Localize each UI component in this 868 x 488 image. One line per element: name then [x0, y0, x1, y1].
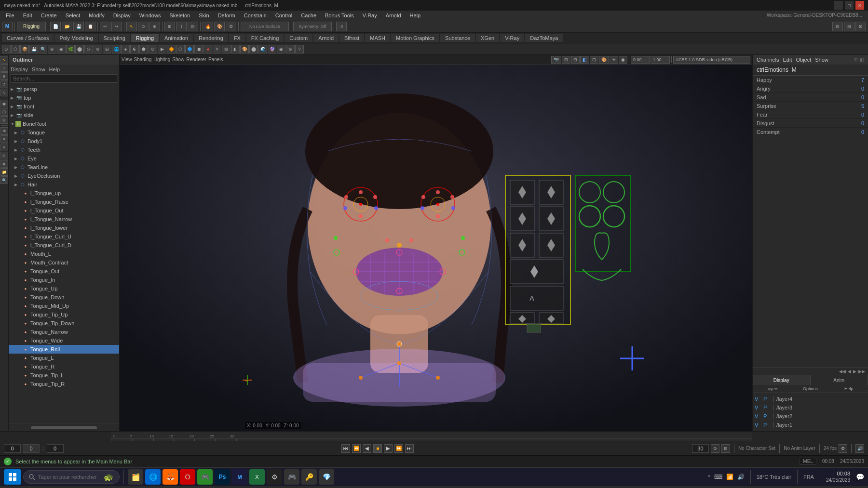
- tree-item-front[interactable]: ▶ 📷 front: [9, 102, 119, 111]
- tab-bifrost[interactable]: Bifrost: [339, 34, 364, 42]
- shelf-btn-2[interactable]: ⬡: [11, 45, 20, 53]
- vp-shading-btn[interactable]: ◧: [580, 56, 589, 64]
- vp-wire-btn[interactable]: ⊡: [590, 56, 598, 64]
- tree-item-tongue-roll[interactable]: ● Tongue_Roll: [9, 345, 119, 354]
- range-start-input[interactable]: [4, 444, 21, 453]
- taskbar-app-edge[interactable]: 🌐: [145, 469, 161, 485]
- outliner-scroll-bar[interactable]: [9, 423, 119, 431]
- tree-item-teeth[interactable]: ▶ ⬡ Teeth: [9, 145, 119, 154]
- timeline-ruler[interactable]: 0 5 10 15 20 25 30: [111, 432, 752, 441]
- tree-item-mouth-l[interactable]: ● Mouth_L: [9, 250, 119, 258]
- channel-box-icon-2[interactable]: ◧: [860, 57, 864, 62]
- search-btn[interactable]: 🔍: [0, 176, 8, 184]
- layer-editor-btn[interactable]: ⊟: [0, 152, 8, 159]
- start-button[interactable]: [4, 469, 21, 485]
- undo-btn[interactable]: ↩: [100, 22, 110, 31]
- taskbar-app-1[interactable]: 🎮: [197, 469, 213, 485]
- move-tool[interactable]: ⊕: [0, 72, 8, 80]
- tree-item-tongue[interactable]: ▶ ⬡ Tongue: [9, 128, 119, 137]
- transform-btn[interactable]: ⊕: [149, 22, 160, 31]
- tree-item-tongue-l[interactable]: ● Tongue_L: [9, 354, 119, 362]
- vp-frame-btn[interactable]: ⊞: [562, 56, 570, 64]
- shelf-btn-14[interactable]: ◈: [121, 45, 130, 53]
- tab-rendering[interactable]: Rendering: [194, 34, 228, 42]
- menu-skeleton[interactable]: Skeleton: [165, 12, 194, 19]
- channel-sad[interactable]: Sad 0: [753, 93, 868, 102]
- layout-btn-2[interactable]: ⊞: [844, 22, 854, 31]
- vp-far-clip[interactable]: 1.00: [651, 56, 670, 64]
- shelf-btn-15[interactable]: ☯: [130, 45, 139, 53]
- menu-display[interactable]: Display: [109, 12, 135, 19]
- pause-btn[interactable]: ⏸: [336, 22, 347, 31]
- taskbar-search-input[interactable]: [38, 474, 101, 480]
- shelf-btn-11[interactable]: ⊗: [94, 45, 102, 53]
- channels-menu[interactable]: Channels: [757, 57, 779, 63]
- stop-btn[interactable]: ■: [373, 444, 382, 453]
- tree-item-tongue-out[interactable]: ● Tongue_Out: [9, 267, 119, 276]
- options-tab[interactable]: Options: [791, 385, 830, 392]
- tree-item-boneroot[interactable]: ▼ ✕ BoneRoot: [9, 119, 119, 128]
- render-settings-btn[interactable]: ⚙: [226, 22, 236, 31]
- shelf-btn-23[interactable]: 🔺: [203, 45, 212, 53]
- snap-point-btn[interactable]: ⊟: [188, 22, 198, 31]
- menu-windows[interactable]: Windows: [136, 12, 165, 19]
- tree-item-tongue-tip-r[interactable]: ● Tongue_Tip_R: [9, 380, 119, 388]
- taskbar-app-excel[interactable]: X: [249, 469, 265, 485]
- ipr-render-btn[interactable]: 🎨: [214, 22, 225, 31]
- viewport-shading-menu[interactable]: Shading: [134, 57, 152, 62]
- shelf-btn-1[interactable]: ⊙: [2, 45, 11, 53]
- redo-btn[interactable]: ↪: [111, 22, 122, 31]
- shelf-btn-30[interactable]: 🔮: [268, 45, 276, 53]
- shelf-btn-5[interactable]: 🔍: [39, 45, 47, 53]
- layout-btn-1[interactable]: ⊟: [832, 22, 843, 31]
- layout-btn-3[interactable]: ⊠: [855, 22, 866, 31]
- tab-curves-surfaces[interactable]: Curves / Surfaces: [2, 34, 54, 42]
- tree-item-tongue-mid-up[interactable]: ● Tongue_Mid_Up: [9, 302, 119, 310]
- layer-row-1[interactable]: V P /layer1: [755, 421, 866, 429]
- shelf-btn-22[interactable]: ◼: [194, 45, 203, 53]
- shelf-btn-17[interactable]: ⊙: [149, 45, 157, 53]
- tree-item-l-tongue-lower[interactable]: ● l_Tongue_lower: [9, 224, 119, 232]
- menu-select[interactable]: Select: [62, 12, 84, 19]
- tab-mash[interactable]: MASH: [365, 34, 390, 42]
- tree-item-tongue-tip-up[interactable]: ● Tongue_Tip_Up: [9, 310, 119, 319]
- tab-fx-caching[interactable]: FX Caching: [246, 34, 284, 42]
- layer-row-3[interactable]: V P /layer3: [755, 403, 866, 412]
- cb-tab-anim[interactable]: Anim: [811, 375, 868, 385]
- viewport-show-menu[interactable]: Show: [172, 57, 184, 62]
- content-browser-btn[interactable]: 📁: [0, 168, 8, 176]
- shelf-btn-21[interactable]: 🔷: [185, 45, 194, 53]
- show-hide-btn[interactable]: 👁: [0, 127, 8, 135]
- tree-item-tongue-in[interactable]: ● Tongue_In: [9, 276, 119, 284]
- audio-btn[interactable]: 🔊: [855, 444, 864, 453]
- tree-item-mouth-contract[interactable]: ● Mouth_Contract: [9, 258, 119, 267]
- lasso-tool-btn[interactable]: ⊙: [138, 22, 149, 31]
- outliner-search-input[interactable]: [11, 74, 117, 83]
- shelf-btn-28[interactable]: ⬤: [249, 45, 258, 53]
- tree-item-tongue-wide[interactable]: ● Tongue_Wide: [9, 336, 119, 345]
- tree-item-body1[interactable]: ▶ ⬡ Body1: [9, 137, 119, 145]
- channel-box-btn[interactable]: ≡: [0, 144, 8, 151]
- scale-tool[interactable]: ⤡: [0, 89, 8, 96]
- render-current-btn[interactable]: 🔥: [203, 22, 213, 31]
- fps-settings-btn[interactable]: ⚙: [839, 444, 847, 453]
- channel-fear[interactable]: Fear 0: [753, 110, 868, 119]
- shelf-btn-26[interactable]: ◧: [231, 45, 240, 53]
- select-tool-btn[interactable]: ↖: [126, 22, 137, 31]
- vp-renderer-select[interactable]: ACES 1.0 SDR-video (sRGB): [673, 56, 750, 64]
- taskbar-app-firefox[interactable]: 🦊: [163, 469, 178, 485]
- open-scene-btn[interactable]: 📂: [62, 22, 72, 31]
- tab-xgen[interactable]: XGen: [476, 34, 499, 42]
- rigging-mode[interactable]: Rigging: [17, 22, 46, 31]
- shelf-btn-8[interactable]: 🌿: [66, 45, 75, 53]
- tree-item-side[interactable]: ▶ 📷 side: [9, 111, 119, 119]
- notification-icon[interactable]: 💬: [856, 473, 864, 481]
- taskbar-app-key[interactable]: 🔑: [301, 469, 317, 485]
- symmetry-off[interactable]: Symmetry: Off: [293, 22, 332, 31]
- menu-modify[interactable]: Modify: [85, 12, 108, 19]
- channel-angry[interactable]: Angry 0: [753, 84, 868, 93]
- vp-grid-btn[interactable]: ⊟: [571, 56, 580, 64]
- tree-item-tongue-tip-l[interactable]: ● Tongue_Tip_L: [9, 371, 119, 380]
- layers-tab[interactable]: Layers: [753, 385, 791, 392]
- tree-item-hair[interactable]: ▶ ⬡ Hair: [9, 180, 119, 189]
